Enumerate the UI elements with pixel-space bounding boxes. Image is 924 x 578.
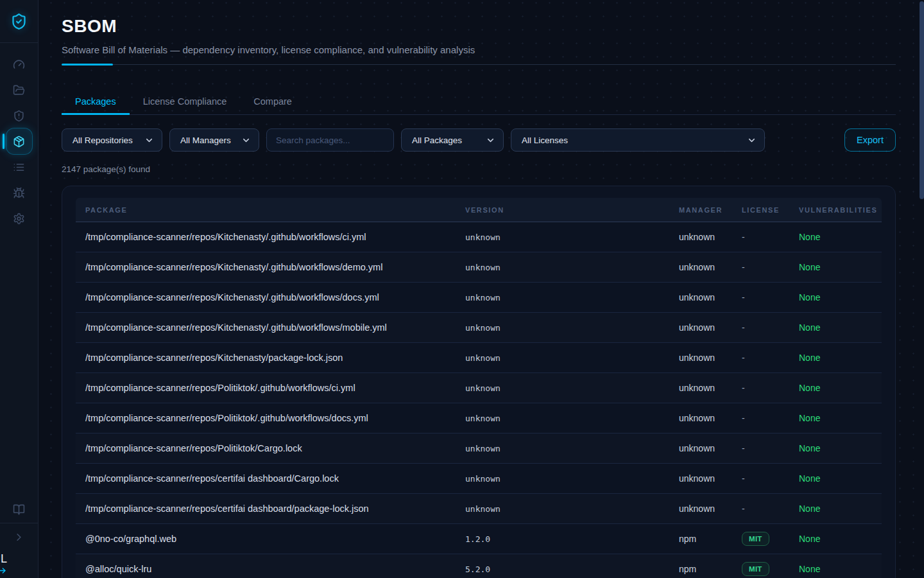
overflow-label: L xyxy=(0,552,26,565)
sidebar-item-inventory-list[interactable] xyxy=(6,154,33,180)
vulnerabilities-cell: None xyxy=(799,383,882,393)
vulnerabilities-cell: None xyxy=(799,353,882,363)
sidebar-item-repositories[interactable] xyxy=(6,77,33,103)
license-cell: - xyxy=(742,322,799,333)
package-cell: /tmp/compliance-scanner/repos/Politiktok… xyxy=(85,443,465,453)
sidebar-footer-divider xyxy=(0,523,38,523)
chevron-down-icon xyxy=(241,136,251,145)
search-input[interactable] xyxy=(266,128,394,152)
gauge-icon xyxy=(13,58,25,71)
version-cell: 1.2.0 xyxy=(465,534,679,544)
manager-cell: unknown xyxy=(679,232,742,242)
vulnerabilities-cell: None xyxy=(799,322,882,333)
sidebar-item-settings[interactable] xyxy=(6,206,33,231)
sidebar-nav xyxy=(6,51,33,231)
version-cell: unknown xyxy=(465,444,679,453)
sidebar-item-sbom-packages[interactable] xyxy=(6,128,33,155)
table-row: /tmp/compliance-scanner/repos/Kitchenast… xyxy=(76,313,882,343)
manager-cell: unknown xyxy=(679,292,742,302)
table-row: /tmp/compliance-scanner/repos/Politiktok… xyxy=(76,373,882,403)
shield-check-icon xyxy=(10,13,28,30)
sidebar-item-issues[interactable] xyxy=(6,180,33,206)
column-header-package: PACKAGE xyxy=(85,206,465,214)
license-cell: - xyxy=(742,473,799,484)
tab-bar: Packages License Compliance Compare xyxy=(62,89,896,115)
repository-select-value: All Repositories xyxy=(73,136,133,145)
package-select[interactable]: All Packages xyxy=(401,128,504,152)
version-cell: unknown xyxy=(465,383,679,393)
page-subtitle: Software Bill of Materials — dependency … xyxy=(62,44,896,56)
tab-packages[interactable]: Packages xyxy=(62,89,130,114)
manager-cell: npm xyxy=(679,564,742,574)
table-row: @0no-co/graphql.web 1.2.0 npm MIT None xyxy=(76,524,882,554)
active-nav-indicator xyxy=(3,134,4,149)
export-button[interactable]: Export xyxy=(844,128,896,152)
version-cell: unknown xyxy=(465,323,679,333)
package-icon xyxy=(13,136,25,148)
packages-table-card: PACKAGE VERSION MANAGER LICENSE VULNERAB… xyxy=(62,186,896,578)
manager-cell: unknown xyxy=(679,322,742,333)
chevron-right-icon xyxy=(13,531,25,543)
sidebar-collapse-toggle[interactable] xyxy=(6,524,33,550)
table-row: /tmp/compliance-scanner/repos/Kitchenast… xyxy=(76,283,882,313)
tab-compare[interactable]: Compare xyxy=(240,89,305,114)
vulnerabilities-cell: None xyxy=(799,292,882,302)
version-cell: unknown xyxy=(465,293,679,302)
package-cell: /tmp/compliance-scanner/repos/Politiktok… xyxy=(85,383,465,393)
version-cell: unknown xyxy=(465,353,679,363)
list-icon xyxy=(13,161,25,173)
version-cell: unknown xyxy=(465,414,679,423)
table-row: /tmp/compliance-scanner/repos/certifai d… xyxy=(76,494,882,524)
manager-cell: unknown xyxy=(679,262,742,272)
header-divider-accent xyxy=(62,64,113,66)
repository-select[interactable]: All Repositories xyxy=(62,128,162,152)
column-header-license: LICENSE xyxy=(742,206,799,214)
sidebar: L xyxy=(0,0,38,578)
table-row: /tmp/compliance-scanner/repos/Politiktok… xyxy=(76,403,882,434)
manager-select-value: All Managers xyxy=(180,136,231,145)
shield-alert-icon xyxy=(13,110,25,122)
package-cell: /tmp/compliance-scanner/repos/certifai d… xyxy=(85,504,465,514)
chevron-down-icon xyxy=(747,136,757,145)
package-cell: /tmp/compliance-scanner/repos/Kitchenast… xyxy=(85,322,465,333)
license-cell: - xyxy=(742,353,799,363)
license-select[interactable]: All Licenses xyxy=(511,128,765,152)
table-body: /tmp/compliance-scanner/repos/Kitchenast… xyxy=(76,222,882,578)
vertical-scrollbar[interactable] xyxy=(920,1,924,199)
manager-select[interactable]: All Managers xyxy=(169,128,259,152)
sidebar-overflow-item[interactable]: L xyxy=(0,552,26,576)
package-cell: /tmp/compliance-scanner/repos/Kitchenast… xyxy=(85,232,465,242)
vulnerabilities-cell: None xyxy=(799,534,882,544)
version-cell: unknown xyxy=(465,504,679,514)
package-cell: /tmp/compliance-scanner/repos/certifai d… xyxy=(85,473,465,484)
license-select-value: All Licenses xyxy=(522,136,568,145)
gear-icon xyxy=(13,213,25,225)
tab-license-compliance[interactable]: License Compliance xyxy=(130,89,241,114)
sidebar-item-security[interactable] xyxy=(6,103,33,128)
vulnerabilities-cell: None xyxy=(799,564,882,574)
license-cell: - xyxy=(742,443,799,453)
vulnerabilities-cell: None xyxy=(799,262,882,272)
license-cell: MIT xyxy=(742,532,799,546)
table-row: /tmp/compliance-scanner/repos/Kitchenast… xyxy=(76,252,882,283)
license-badge: MIT xyxy=(742,562,769,576)
vulnerabilities-cell: None xyxy=(799,443,882,453)
version-cell: unknown xyxy=(465,263,679,272)
bug-icon xyxy=(13,187,25,199)
column-header-vulnerabilities: VULNERABILITIES xyxy=(799,206,882,214)
header-divider xyxy=(62,64,896,65)
package-cell: /tmp/compliance-scanner/repos/Kitchenast… xyxy=(85,292,465,302)
chevron-down-icon xyxy=(486,136,495,145)
table-row: /tmp/compliance-scanner/repos/Kitchenast… xyxy=(76,343,882,373)
app-logo xyxy=(0,0,38,43)
manager-cell: unknown xyxy=(679,353,742,363)
version-cell: unknown xyxy=(465,474,679,484)
manager-cell: unknown xyxy=(679,413,742,423)
sidebar-item-dashboard[interactable] xyxy=(6,51,33,77)
version-cell: unknown xyxy=(465,232,679,242)
logout-icon xyxy=(0,565,6,576)
folder-icon xyxy=(13,84,25,96)
manager-cell: unknown xyxy=(679,504,742,514)
sidebar-item-docs[interactable] xyxy=(6,496,33,522)
vulnerabilities-cell: None xyxy=(799,473,882,484)
